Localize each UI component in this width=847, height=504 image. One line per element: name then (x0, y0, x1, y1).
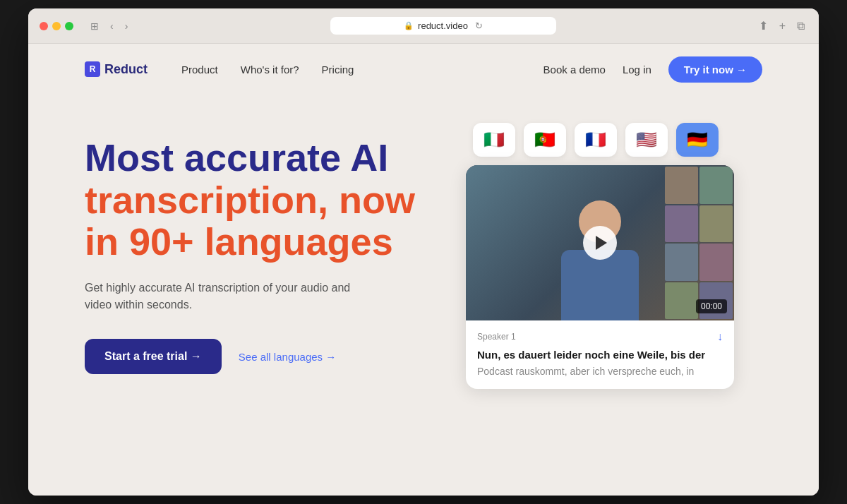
wall-photo-3 (665, 205, 698, 243)
start-trial-button[interactable]: Start a free trial → (85, 339, 222, 374)
video-card: 00:00 Speaker 1 ↓ Nun, es dauert leider … (466, 165, 734, 389)
wall-photos (663, 165, 734, 320)
video-thumbnail: 00:00 (466, 165, 734, 320)
flag-american[interactable]: 🇺🇸 (625, 123, 668, 157)
page-content: R Reduct Product Who's it for? Pricing B… (28, 44, 819, 496)
minimize-traffic-light[interactable] (52, 22, 61, 30)
flag-portuguese[interactable]: 🇵🇹 (524, 123, 566, 157)
browser-controls: ⊞ ‹ › (88, 19, 131, 33)
hero-section: Most accurate AI transcription, now in 9… (28, 95, 819, 431)
close-traffic-light[interactable] (40, 22, 48, 30)
hero-right: 🇮🇹 🇵🇹 🇫🇷 🇺🇸 🇩🇪 (466, 123, 762, 389)
flag-italian[interactable]: 🇮🇹 (473, 123, 515, 157)
hero-heading: Most accurate AI transcription, now in 9… (85, 137, 424, 263)
play-button[interactable] (583, 226, 617, 260)
navbar: R Reduct Product Who's it for? Pricing B… (28, 44, 819, 95)
share-button[interactable]: ⬆ (756, 18, 771, 34)
wall-photo-6 (699, 244, 733, 281)
lock-icon: 🔒 (404, 21, 414, 30)
reload-icon[interactable]: ↻ (475, 20, 483, 31)
wall-photo-2 (699, 167, 733, 204)
see-all-languages-link[interactable]: See all languages → (239, 351, 336, 363)
nav-cta-button[interactable]: Try it now → (668, 56, 762, 83)
person-body (561, 250, 639, 320)
nav-whos-it-for[interactable]: Who's it for? (241, 64, 299, 76)
new-tab-button[interactable]: + (776, 18, 788, 34)
logo[interactable]: R Reduct (85, 61, 148, 77)
maximize-traffic-light[interactable] (65, 22, 73, 30)
nav-product[interactable]: Product (181, 64, 218, 76)
wall-photo-5 (665, 244, 698, 281)
hero-left: Most accurate AI transcription, now in 9… (85, 137, 424, 374)
wall-photo-1 (665, 167, 698, 204)
nav-right: Book a demo Log in Try it now → (543, 56, 762, 83)
flag-french[interactable]: 🇫🇷 (575, 123, 617, 157)
browser-window: ⊞ ‹ › 🔒 reduct.video ↻ ⬆ + ⧉ R Reduct Pr… (28, 8, 819, 496)
nav-pricing[interactable]: Pricing (322, 64, 354, 76)
address-bar[interactable]: 🔒 reduct.video ↻ (330, 17, 556, 35)
wall-photo-7 (665, 282, 698, 320)
flag-german[interactable]: 🇩🇪 (676, 123, 719, 157)
hero-heading-line2: transcription, now (85, 179, 415, 221)
nav-book-demo[interactable]: Book a demo (543, 64, 606, 76)
url-text: reduct.video (418, 20, 468, 31)
browser-actions: ⬆ + ⧉ (756, 18, 807, 34)
transcript-sub-text: Podcast rauskommt, aber ich verspreche e… (477, 365, 723, 379)
logo-icon: R (85, 61, 100, 77)
speaker-label: Speaker 1 ↓ (477, 330, 723, 343)
hero-heading-line3: in 90+ languages (85, 220, 393, 263)
nav-login[interactable]: Log in (623, 64, 651, 76)
hero-actions: Start a free trial → See all languages → (85, 339, 424, 374)
hero-heading-line1: Most accurate AI (85, 136, 388, 179)
hero-subtext: Get highly accurate AI transcription of … (85, 280, 353, 313)
wall-photo-4 (699, 205, 733, 243)
download-icon[interactable]: ↓ (717, 330, 723, 343)
play-icon (596, 236, 607, 250)
sidebar-button[interactable]: ⧉ (794, 18, 807, 34)
transcript-area: Speaker 1 ↓ Nun, es dauert leider noch e… (466, 320, 734, 389)
video-timer: 00:00 (696, 299, 727, 313)
logo-text: Reduct (104, 62, 148, 77)
back-button[interactable]: ‹ (107, 19, 116, 33)
transcript-main-text: Nun, es dauert leider noch eine Weile, b… (477, 347, 723, 362)
language-flags: 🇮🇹 🇵🇹 🇫🇷 🇺🇸 🇩🇪 (466, 123, 719, 157)
browser-chrome: ⊞ ‹ › 🔒 reduct.video ↻ ⬆ + ⧉ (28, 8, 819, 44)
nav-links: Product Who's it for? Pricing (181, 64, 543, 76)
forward-button[interactable]: › (122, 19, 131, 33)
speaker-name: Speaker 1 (477, 332, 516, 342)
tab-view-button[interactable]: ⊞ (88, 19, 102, 33)
traffic-lights (40, 22, 73, 30)
